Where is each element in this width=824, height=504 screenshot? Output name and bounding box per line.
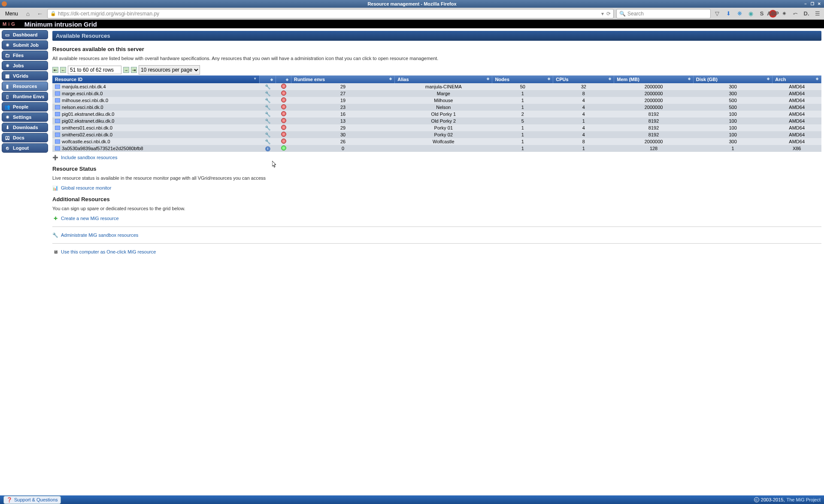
home-icon[interactable]: ⌂ bbox=[23, 9, 33, 18]
wrench-icon[interactable]: 🔧 bbox=[265, 118, 271, 124]
col-header[interactable]: Runtime envs◆ bbox=[291, 75, 394, 83]
oneclick-link[interactable]: Use this computer as One-click MiG resou… bbox=[61, 249, 156, 254]
wrench-icon[interactable]: 🔧 bbox=[265, 139, 271, 144]
col-header[interactable]: Mem (MB)◆ bbox=[614, 75, 694, 83]
table-row: smithers02.esci.nbi.dk.0 🔧 30 Porky 02 1… bbox=[52, 131, 821, 138]
url-dropdown-icon[interactable]: ▾ bbox=[601, 11, 604, 17]
status-icon[interactable] bbox=[281, 104, 286, 109]
search-icon: 🔍 bbox=[619, 11, 626, 17]
extension-icon-3[interactable]: S bbox=[758, 10, 766, 18]
wrench-icon[interactable]: 🔧 bbox=[265, 98, 271, 103]
sidebar-item-downloads[interactable]: ⬇Downloads bbox=[2, 123, 48, 132]
global-monitor-link[interactable]: Global resource monitor bbox=[61, 185, 111, 190]
extension-icon-2[interactable]: ◉ bbox=[747, 10, 754, 18]
download-icon[interactable]: ⬇ bbox=[724, 10, 732, 18]
extension-icon-4[interactable]: ⤺ bbox=[791, 10, 799, 18]
back-icon[interactable]: ← bbox=[35, 9, 45, 18]
wrench-icon[interactable]: 🔧 bbox=[265, 84, 271, 89]
sidebar-item-vgrids[interactable]: ▦VGrids bbox=[2, 71, 48, 81]
include-sandbox-link[interactable]: Include sandbox resources bbox=[61, 155, 117, 160]
pager-prev-icon[interactable]: ← bbox=[60, 67, 66, 73]
col-header[interactable]: ◆ bbox=[276, 75, 291, 83]
adblock-icon[interactable]: ABP bbox=[769, 10, 777, 18]
cell-mem: 2000000 bbox=[614, 97, 694, 104]
cell-rte: 26 bbox=[291, 138, 394, 145]
sidebar-item-dashboard[interactable]: ▭Dashboard bbox=[2, 30, 48, 39]
col-header[interactable]: ◆ bbox=[260, 75, 276, 83]
wrench-icon[interactable]: 🔧 bbox=[265, 91, 271, 96]
sidebar-icon: ⎋ bbox=[4, 145, 10, 151]
col-header[interactable]: Alias◆ bbox=[395, 75, 492, 83]
cell-mem: 8192 bbox=[614, 111, 694, 118]
col-header[interactable]: Disk (GB)◆ bbox=[693, 75, 772, 83]
wrench-icon[interactable]: 🔧 bbox=[265, 125, 271, 130]
cell-mem: 2000000 bbox=[614, 138, 694, 145]
url-bar[interactable]: 🔒 https://dk-cert.migrid.org/wsgi-bin/re… bbox=[47, 9, 614, 18]
app-title: Minimum intrusion Grid bbox=[24, 21, 97, 28]
section-heading-status: Resource Status bbox=[52, 166, 821, 172]
status-icon[interactable] bbox=[281, 132, 286, 137]
sidebar-item-people[interactable]: 👥People bbox=[2, 102, 48, 112]
sidebar-label: Submit Job bbox=[13, 42, 39, 48]
pager-last-icon[interactable]: ⇥ bbox=[131, 67, 137, 73]
extension-icon-1[interactable]: ❋ bbox=[736, 10, 743, 18]
status-icon[interactable] bbox=[281, 97, 286, 103]
resource-id: milhouse.esci.nbi.dk.0 bbox=[62, 98, 108, 103]
sidebar-item-resources[interactable]: ▮Resources bbox=[2, 81, 48, 91]
wrench-icon[interactable]: 🔧 bbox=[265, 105, 271, 110]
sidebar-item-submit-job[interactable]: ✷Submit Job bbox=[2, 40, 48, 50]
col-header[interactable]: Nodes◆ bbox=[492, 75, 553, 83]
status-icon[interactable] bbox=[281, 139, 286, 144]
hamburger-icon[interactable]: ☰ bbox=[814, 10, 821, 18]
reload-icon[interactable]: ⟳ bbox=[606, 11, 611, 17]
project-link[interactable]: The MiG Project bbox=[787, 497, 821, 498]
wrench-icon[interactable]: 🔧 bbox=[265, 112, 271, 117]
create-resource-link[interactable]: Create a new MiG resource bbox=[61, 216, 119, 221]
sidebar-icon: ▭ bbox=[4, 32, 10, 38]
pager-input[interactable] bbox=[68, 66, 121, 74]
extension-icon-5[interactable]: D. bbox=[803, 10, 810, 18]
sidebar-item-settings[interactable]: ✷Settings bbox=[2, 112, 48, 122]
admin-sandbox-link[interactable]: Administrate MiG sandbox resources bbox=[61, 232, 138, 238]
status-icon[interactable] bbox=[281, 145, 286, 151]
sidebar-item-jobs[interactable]: ✷Jobs bbox=[2, 61, 48, 70]
per-page-select[interactable]: 10 resources per page bbox=[139, 65, 200, 75]
search-bar[interactable]: 🔍 Search bbox=[616, 9, 711, 18]
close-icon[interactable]: ✕ bbox=[816, 1, 822, 6]
status-icon[interactable] bbox=[281, 125, 286, 130]
table-row: pig02.ekstranet.diku.dk.0 🔧 13 Old Porky… bbox=[52, 118, 821, 124]
sidebar-label: VGrids bbox=[13, 73, 28, 78]
pocket-icon[interactable]: ▽ bbox=[713, 10, 721, 18]
status-icon[interactable] bbox=[281, 84, 286, 89]
resource-id: pig02.ekstranet.diku.dk.0 bbox=[62, 118, 114, 124]
sidebar-item-files[interactable]: 🗀Files bbox=[2, 51, 48, 60]
menu-button[interactable]: Menu bbox=[3, 10, 21, 18]
minimize-icon[interactable]: − bbox=[803, 1, 809, 6]
cell-arch: AMD64 bbox=[772, 124, 821, 131]
cell-arch: AMD64 bbox=[772, 138, 821, 145]
cell-cpus: 4 bbox=[553, 111, 614, 118]
copyright-text: 2003-2015, bbox=[761, 497, 785, 498]
sidebar-item-runtime-envs[interactable]: ▯Runtime Envs bbox=[2, 92, 48, 101]
col-header[interactable]: Arch◆ bbox=[772, 75, 821, 83]
wrench-icon[interactable]: 🔧 bbox=[265, 132, 271, 137]
pager-first-icon[interactable]: ⇤ bbox=[52, 67, 58, 73]
resource-icon bbox=[55, 91, 60, 96]
cell-mem: 8192 bbox=[614, 118, 694, 124]
maximize-icon[interactable]: ❐ bbox=[809, 1, 815, 6]
status-icon[interactable] bbox=[281, 91, 286, 96]
info-icon[interactable]: i bbox=[265, 146, 270, 151]
gear-icon[interactable]: ✷ bbox=[780, 10, 788, 18]
wrench-icon: 🔧 bbox=[52, 232, 58, 238]
cell-disk: 300 bbox=[693, 83, 772, 90]
status-icon[interactable] bbox=[281, 118, 286, 123]
col-header[interactable]: Resource ID▼ bbox=[52, 75, 260, 83]
status-icon[interactable] bbox=[281, 111, 286, 116]
cell-cpus: 1 bbox=[553, 118, 614, 124]
sidebar-item-logout[interactable]: ⎋Logout bbox=[2, 143, 48, 153]
pager-next-icon[interactable]: → bbox=[123, 67, 129, 73]
cell-cpus: 4 bbox=[553, 97, 614, 104]
col-header[interactable]: CPUs◆ bbox=[553, 75, 614, 83]
support-button[interactable]: ❓ Support & Questions bbox=[3, 496, 61, 499]
sidebar-item-docs[interactable]: 🕮Docs bbox=[2, 133, 48, 142]
